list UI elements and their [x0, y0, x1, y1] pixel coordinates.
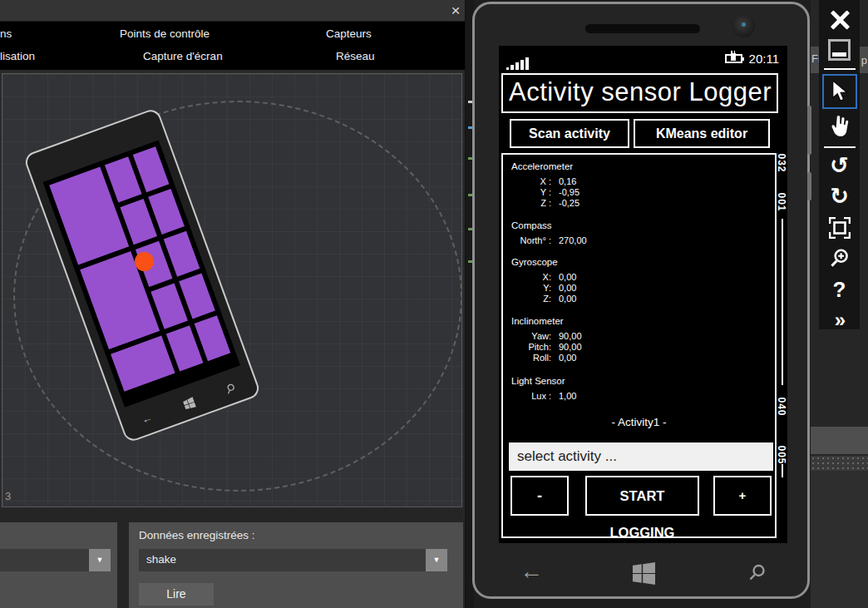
sensor-label: Y: — [508, 283, 551, 293]
rotate-left-button[interactable]: ↺ — [822, 151, 857, 181]
preset-panel: ▼ — [0, 522, 117, 608]
tab-checkpoints[interactable]: Points de contrôle — [120, 27, 210, 40]
sensor-label: Z : — [508, 198, 551, 208]
background-text-fragment: p — [861, 54, 867, 67]
sensor-label: Y : — [508, 187, 551, 197]
window-titlebar[interactable]: × — [0, 0, 465, 22]
volume-button[interactable] — [807, 106, 811, 155]
frame-counter-bar — [782, 219, 783, 385]
clock: 20:11 — [749, 52, 779, 66]
background-band — [811, 471, 868, 608]
app-title: Activity sensor Logger — [509, 77, 772, 107]
sensor-label: Pitch: — [508, 342, 551, 352]
orientation-drag-handle[interactable] — [135, 252, 154, 271]
start-logging-button[interactable]: START LOGGING — [585, 476, 699, 516]
close-icon[interactable]: × — [446, 1, 466, 21]
sensor-label: North° : — [508, 235, 551, 245]
axis-value-label: 3 — [5, 490, 11, 502]
additional-tools-window: × ns Points de contrôle Capteurs lisatio… — [0, 0, 466, 608]
emulator-toolbar: ↺ ↻ ? » — [819, 0, 860, 329]
current-activity-label: - Activity1 - — [503, 416, 775, 428]
tab-network[interactable]: Réseau — [336, 50, 375, 62]
tab-accelerometer[interactable]: ns — [0, 27, 12, 40]
fit-screen-icon — [829, 217, 851, 239]
sensor-value: 1,00 — [559, 391, 576, 401]
search-button[interactable] — [747, 563, 767, 583]
sensor-value: 90,00 — [559, 342, 582, 352]
battery-charging-icon — [725, 54, 742, 63]
minus-button[interactable]: - — [510, 476, 569, 516]
tab-location[interactable]: lisation — [0, 50, 35, 62]
sensor-value: 90,00 — [559, 331, 582, 341]
preset-dropdown[interactable]: ▼ — [0, 549, 111, 571]
activity-select[interactable]: select activity ... — [509, 442, 773, 471]
sensor-label: Yaw: — [508, 331, 551, 341]
close-button[interactable] — [822, 6, 857, 34]
sensor-group-title: Compass — [511, 220, 552, 230]
back-button[interactable]: ← — [520, 558, 543, 585]
toolbar-divider — [824, 68, 856, 70]
chevron-down-icon[interactable]: ▼ — [426, 549, 447, 571]
front-camera — [732, 15, 755, 37]
minimize-icon — [828, 39, 851, 61]
help-button[interactable]: ? — [822, 274, 857, 304]
cursor-icon — [831, 81, 848, 102]
sensor-panel: Accelerometer X :0,16 Y :-0,95 Z :-0,25 … — [501, 153, 777, 538]
sensor-value: 0,16 — [559, 176, 576, 186]
fit-to-window-button[interactable] — [822, 212, 857, 243]
phone-screen: 20:11 Activity sensor Logger Scan activi… — [499, 46, 787, 543]
background-dotted-texture — [811, 456, 868, 471]
sensor-value: 0,00 — [559, 283, 576, 293]
sensor-group-title: Light Sensor — [511, 376, 565, 386]
toolbar-divider — [824, 146, 856, 148]
zoom-in-icon — [829, 248, 851, 269]
scan-activity-button[interactable]: Scan activity — [510, 119, 629, 148]
tab-sensors[interactable]: Capteurs — [326, 27, 372, 40]
recorded-data-dropdown[interactable]: shake ▼ — [139, 549, 447, 571]
back-icon: ← — [140, 412, 154, 427]
power-button[interactable] — [807, 172, 811, 200]
phone-emulator: 20:11 Activity sensor Logger Scan activi… — [472, 2, 810, 599]
sensor-value: 0,00 — [559, 294, 576, 304]
tab-bar: ns Points de contrôle Capteurs lisation … — [0, 22, 465, 70]
minimize-button[interactable] — [822, 34, 857, 66]
desktop: Fr p × ns Points de contrôle Capteurs li… — [0, 0, 868, 608]
sensor-group-title: Gyroscope — [511, 257, 558, 267]
sensor-label: Roll: — [508, 353, 551, 363]
frame-counter: 040 — [776, 393, 787, 421]
tools-bottom-area: ▼ Données enregistrées : shake ▼ Lire — [0, 507, 464, 608]
tab-screenshot[interactable]: Capture d'écran — [143, 50, 223, 62]
pan-button[interactable] — [822, 111, 857, 144]
rotate-right-button[interactable]: ↻ — [822, 181, 857, 212]
zoom-button[interactable] — [822, 243, 857, 274]
expand-toolbar-button[interactable]: » — [822, 304, 857, 335]
status-right-group: 20:11 — [725, 52, 779, 66]
kmeans-editor-button[interactable]: KMeans editor — [634, 119, 770, 148]
chevron-down-icon[interactable]: ▼ — [89, 549, 111, 571]
accelerometer-3d-viewport[interactable]: ← 3 — [2, 73, 462, 507]
signal-strength-icon — [506, 57, 529, 70]
sensor-group-title: Accelerometer — [511, 161, 573, 171]
frame-counter-bar — [782, 464, 783, 477]
read-button[interactable]: Lire — [139, 583, 214, 606]
sensor-label: X: — [508, 272, 551, 282]
sensor-label: X : — [508, 176, 551, 186]
recorded-data-panel: Données enregistrées : shake ▼ Lire — [129, 522, 463, 608]
frame-counter: 032 — [776, 149, 787, 177]
sensor-label: Lux : — [508, 391, 551, 401]
sensor-value: -0,25 — [559, 198, 579, 208]
rotate-cw-icon: ↻ — [830, 185, 849, 208]
sensor-value: 0,00 — [559, 272, 576, 282]
select-cursor-button[interactable] — [822, 74, 857, 109]
plus-button[interactable]: + — [713, 476, 772, 516]
help-icon: ? — [833, 279, 846, 300]
recorded-data-label: Données enregistrées : — [139, 529, 255, 541]
windows-start-button[interactable] — [633, 562, 655, 585]
background-band — [811, 427, 868, 454]
sensor-value: -0,95 — [559, 187, 579, 197]
windows-icon — [182, 397, 196, 411]
double-chevron-icon: » — [835, 310, 844, 330]
sensor-label: Z: — [508, 294, 551, 304]
search-icon — [224, 381, 238, 395]
close-icon — [829, 9, 851, 31]
